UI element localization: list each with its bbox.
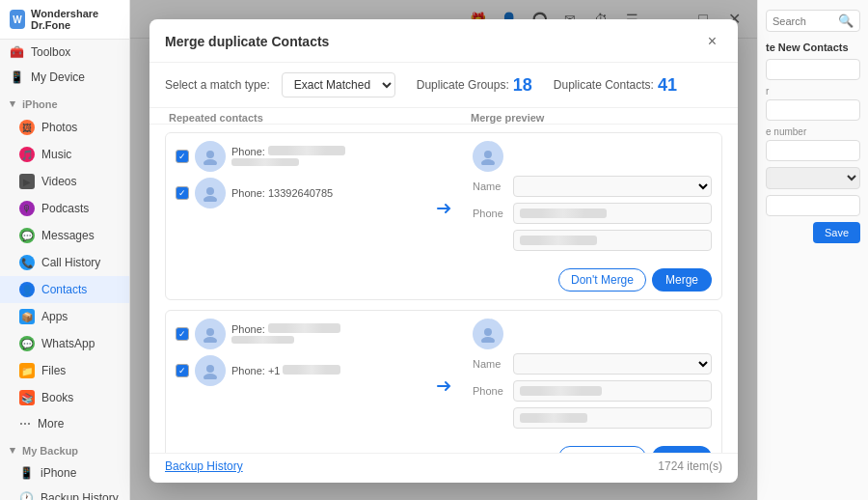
contact-info-2a: Phone: [231, 323, 415, 346]
match-type-select[interactable]: Exact Matched [282, 72, 395, 97]
sidebar-item-my-device[interactable]: 📱 My Device [0, 65, 129, 90]
chevron-down-icon: ▾ [10, 97, 15, 110]
dont-merge-button-2[interactable]: Don't Merge [558, 446, 646, 453]
preview-name-select-1[interactable] [513, 176, 712, 197]
preview-phone-input-1a[interactable] [513, 203, 712, 224]
preview-col-2: Name Phone [463, 311, 721, 442]
action-row-2: Don't Merge Merge [166, 442, 721, 453]
preview-phone-input-2a[interactable] [513, 380, 712, 402]
sidebar-label-iphone-backup: iPhone [41, 466, 76, 480]
contacts-icon: 👤 [19, 282, 35, 297]
svg-point-6 [206, 328, 214, 336]
svg-point-10 [484, 328, 492, 336]
files-icon: 📁 [19, 363, 35, 378]
sidebar-item-iphone-backup[interactable]: 📱 iPhone [0, 460, 129, 486]
iphone-section-label: iPhone [22, 98, 58, 110]
sidebar-label-toolbox: Toolbox [31, 45, 70, 59]
sidebar-label-books: Books [41, 391, 73, 404]
search-input[interactable] [773, 15, 834, 27]
modal-toolbar: Select a match type: Exact Matched Dupli… [149, 63, 738, 108]
contact-checkbox-2a[interactable] [176, 327, 189, 341]
new-contact-input-4[interactable] [766, 195, 860, 216]
name-label-1: Name [473, 181, 507, 192]
new-contact-input-2[interactable] [766, 99, 860, 121]
sidebar-label-whatsapp: WhatsApp [41, 337, 95, 350]
music-icon: 🎵 [19, 147, 35, 162]
modal-title: Merge duplicate Contacts [165, 34, 329, 49]
sidebar-item-music[interactable]: 🎵 Music [0, 141, 129, 168]
contact-phone-2a: Phone: [231, 323, 415, 335]
search-box[interactable]: 🔍 [766, 10, 860, 32]
match-type-label: Select a match type: [165, 78, 270, 92]
contact-row-2b: Phone: +1 [176, 355, 415, 386]
new-contact-input-3[interactable] [766, 140, 860, 161]
iphone-backup-icon: 📱 [19, 466, 34, 480]
preview-phone-field-2a: Phone [473, 380, 712, 402]
preview-avatar-1 [473, 141, 503, 172]
preview-col-1: Name Phone [463, 133, 721, 264]
sidebar-item-backup-history[interactable]: 🕐 Backup History [0, 486, 129, 500]
sidebar-item-whatsapp[interactable]: 💬 WhatsApp [0, 330, 129, 357]
sidebar-label-podcasts: Podcasts [41, 202, 89, 215]
svg-point-5 [481, 159, 495, 165]
right-select[interactable] [766, 167, 860, 189]
avatar-2a [195, 319, 226, 349]
iphone-section-header[interactable]: ▾ iPhone [0, 90, 129, 114]
sidebar-item-toolbox[interactable]: 🧰 Toolbox [0, 40, 129, 65]
right-label-r: r [766, 86, 860, 97]
sidebar-label-messages: Messages [41, 229, 95, 242]
svg-point-8 [206, 365, 214, 373]
whatsapp-icon: 💬 [19, 336, 35, 351]
sidebar-label-call-history: Call History [41, 256, 100, 269]
books-icon: 📚 [19, 390, 35, 405]
sidebar: W Wondershare Dr.Fone 🧰 Toolbox 📱 My Dev… [0, 0, 130, 500]
sidebar-item-podcasts[interactable]: 🎙 Podcasts [0, 195, 129, 222]
items-count: 1724 item(s) [658, 459, 722, 473]
name-label-2: Name [473, 358, 507, 370]
contact-row-1a: Phone: [176, 141, 415, 172]
sidebar-item-videos[interactable]: ▶ Videos [0, 168, 129, 195]
save-button[interactable]: Save [813, 222, 860, 243]
new-contacts-title: te New Contacts [766, 42, 860, 53]
device-icon: 📱 [10, 70, 24, 84]
preview-phone-input-2b[interactable] [513, 407, 712, 429]
new-contact-input-1[interactable] [766, 59, 860, 80]
backup-history-link[interactable]: Backup History [165, 459, 243, 473]
sidebar-item-books[interactable]: 📚 Books [0, 384, 129, 411]
contact-checkbox-1a[interactable] [176, 150, 189, 163]
merge-button-2[interactable]: Merge [652, 446, 712, 453]
contact-info-1a: Phone: [231, 146, 415, 168]
modal-body: Phone: Phone: 13392640785 [149, 125, 738, 453]
duplicate-contacts-stat: Duplicate Contacts: 41 [554, 75, 677, 96]
backup-section-header[interactable]: ▾ My Backup [0, 436, 129, 460]
avatar-2b [195, 355, 226, 386]
sidebar-item-call-history[interactable]: 📞 Call History [0, 249, 129, 276]
sidebar-item-photos[interactable]: 🖼 Photos [0, 114, 129, 141]
sidebar-item-contacts[interactable]: 👤 Contacts [0, 276, 129, 303]
sidebar-item-apps[interactable]: 📦 Apps [0, 303, 129, 330]
contact-group-2: Phone: Phone: +1 [165, 310, 722, 453]
modal-footer: Backup History 1724 item(s) [149, 453, 738, 483]
contact-sub-2a [231, 335, 415, 346]
sidebar-item-more[interactable]: ⋯ More [0, 411, 129, 436]
preview-col-header: Merge preview [463, 112, 726, 124]
preview-phone-field-2b [473, 407, 712, 429]
arrow-col-1 [424, 133, 463, 264]
toolbox-icon: 🧰 [10, 45, 24, 59]
contact-checkbox-1b[interactable] [176, 186, 189, 200]
arrow-col-2 [424, 311, 463, 442]
chevron-down-icon-backup: ▾ [10, 444, 15, 457]
phone-label-1a: Phone [473, 208, 507, 219]
repeated-contacts-col-2: Phone: Phone: +1 [166, 311, 424, 442]
preview-phone-input-1b[interactable] [513, 230, 712, 251]
modal-close-button[interactable]: × [702, 31, 722, 52]
dont-merge-button-1[interactable]: Don't Merge [558, 268, 646, 292]
dup-groups-value: 18 [513, 75, 532, 96]
merge-button-1[interactable]: Merge [652, 268, 712, 292]
avatar-1a [195, 141, 226, 172]
sidebar-item-messages[interactable]: 💬 Messages [0, 222, 129, 249]
preview-name-select-2[interactable] [513, 353, 712, 375]
sidebar-item-files[interactable]: 📁 Files [0, 357, 129, 384]
sidebar-label-videos: Videos [41, 175, 76, 188]
contact-checkbox-2b[interactable] [176, 364, 189, 377]
